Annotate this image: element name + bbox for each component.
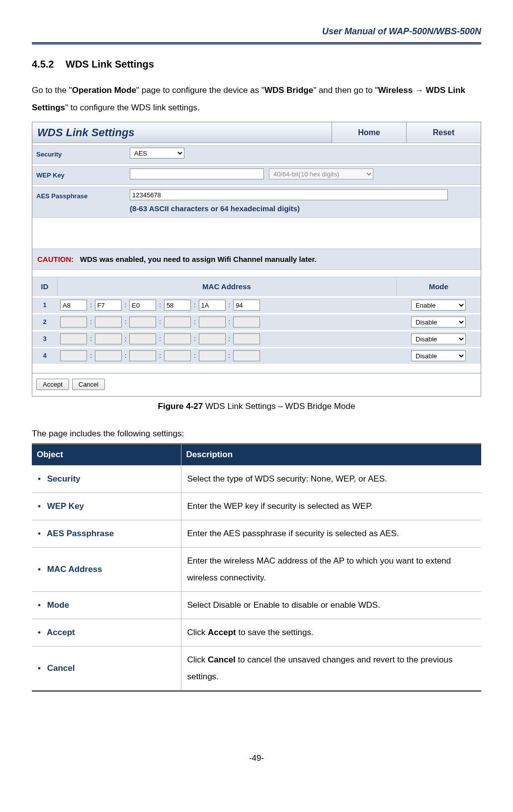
table-row: • CancelClick Cancel to cancel the unsav… [32,646,481,690]
mode-select[interactable]: Disable [411,317,466,327]
table-row: • ModeSelect Disable or Enable to disabl… [32,591,481,619]
mac-octet-input[interactable] [95,300,122,311]
mac-octet-input[interactable] [95,317,122,327]
text: Click [187,628,208,637]
security-select[interactable]: AES [130,148,184,159]
cancel-button[interactable]: Cancel [72,379,105,390]
mode-select[interactable]: Disable [411,333,466,344]
colon-separator: : [90,350,92,361]
colon-separator: : [90,317,92,327]
text: " to configure the WDS link settings. [65,103,200,112]
colon-separator: : [194,317,196,327]
intro-paragraph: Go to the "Operation Mode" page to confi… [32,81,481,117]
colon-separator: : [125,350,127,361]
table-row: 2:::::Disable [32,314,481,330]
colon-separator: : [125,300,127,311]
description-table: Object Description • SecuritySelect the … [32,445,481,690]
page-number: -49- [32,751,481,766]
text: Enter the WEP key if security is selecte… [187,501,373,511]
security-label: Security [32,146,127,163]
home-button[interactable]: Home [332,122,406,143]
figure-label: Figure 4-27 [158,402,203,411]
description-cell: Click Cancel to cancel the unsaved chang… [181,646,481,690]
mac-octet-input[interactable] [233,317,260,327]
mode-cell: Disable [396,330,481,347]
mac-octet-input[interactable] [164,300,191,311]
arrow-icon: → [415,85,424,95]
mac-octet-input[interactable] [60,317,87,327]
colon-separator: : [159,317,161,327]
caution-bar: CAUTION: WDS was enabled, you need to as… [32,248,481,270]
mode-select[interactable]: Disable [411,350,466,361]
text: Select the type of WDS security: None, W… [187,474,387,484]
description-table-wrap: Object Description • SecuritySelect the … [32,443,481,692]
mac-octet-input[interactable] [129,333,156,344]
colon-separator: : [159,300,161,311]
wep-bits-select[interactable]: 40/64-bit(10 hex digits) [269,168,373,179]
mac-octet-input[interactable] [129,317,156,327]
mac-octet-input[interactable] [233,300,260,311]
doc-header: User Manual of WAP-500N/WBS-500N [32,24,481,42]
figure-caption: Figure 4-27 WDS Link Settings – WDS Brid… [32,400,481,414]
mac-octet-input[interactable] [129,350,156,361]
object-label: MAC Address [45,565,102,574]
wep-key-input[interactable] [130,168,264,179]
mac-octet-input[interactable] [199,350,226,361]
mac-octet-input[interactable] [233,350,260,361]
text-bold: Cancel [208,655,236,664]
panel-titlebar: WDS Link Settings Home Reset [32,122,481,143]
header-rule [32,42,481,45]
mac-octet-input[interactable] [199,317,226,327]
mac-cell: ::::: [57,314,396,330]
accept-button[interactable]: Accept [36,379,69,390]
text: " and then go to " [313,85,378,95]
text: Go to the " [32,85,72,95]
text-bold: Accept [208,628,236,637]
row-id: 4 [32,347,57,364]
mac-octet-input[interactable] [95,350,122,361]
spacer [32,218,481,248]
object-label: Cancel [45,663,75,673]
mac-octet-input[interactable] [129,300,156,311]
mac-octet-input[interactable] [164,350,191,361]
table-row: • SecuritySelect the type of WDS securit… [32,465,481,492]
caution-label: CAUTION: [37,255,74,263]
mac-octet-input[interactable] [60,333,87,344]
mac-octet-input[interactable] [199,333,226,344]
wds-settings-panel: WDS Link Settings Home Reset Security AE… [32,122,481,397]
mac-octet-input[interactable] [60,300,87,311]
table-intro: The page includes the following settings… [32,427,481,441]
row-id: 2 [32,314,57,330]
panel-title: WDS Link Settings [32,122,332,143]
aes-passphrase-input[interactable] [130,189,448,200]
panel-buttons: Accept Cancel [32,373,481,396]
colon-separator: : [194,333,196,344]
colon-separator: : [90,300,92,311]
mac-octet-input[interactable] [233,333,260,344]
mac-octet-input[interactable] [60,350,87,361]
object-cell: • MAC Address [32,547,181,591]
table-row: 1:::::Enable [32,297,481,314]
mac-octet-input[interactable] [164,333,191,344]
description-cell: Select Disable or Enable to disable or e… [181,591,481,619]
bullet-icon: • [38,561,45,578]
text-bold: WDS Bridge [264,85,313,95]
mac-octet-input[interactable] [164,317,191,327]
object-label: WEP Key [45,501,84,511]
table-row: • WEP KeyEnter the WEP key if security i… [32,492,481,520]
bullet-icon: • [38,597,45,614]
object-cell: • Security [32,465,181,492]
text: Click [187,655,208,664]
object-cell: • Mode [32,591,181,619]
mac-octet-input[interactable] [199,300,226,311]
mode-select[interactable]: Enable [411,300,466,311]
colon-separator: : [194,300,196,311]
mac-cell: ::::: [57,347,396,364]
reset-button[interactable]: Reset [406,122,481,143]
text: to save the settings. [236,628,314,637]
mac-octet-input[interactable] [95,333,122,344]
aes-row: AES Passphrase (8-63 ASCII characters or… [32,187,481,218]
text: Enter the wireless MAC address of the AP… [187,556,451,582]
wep-row: WEP Key 40/64-bit(10 hex digits) [32,166,481,185]
caution-text: WDS was enabled, you need to assign Wifi… [80,255,317,263]
